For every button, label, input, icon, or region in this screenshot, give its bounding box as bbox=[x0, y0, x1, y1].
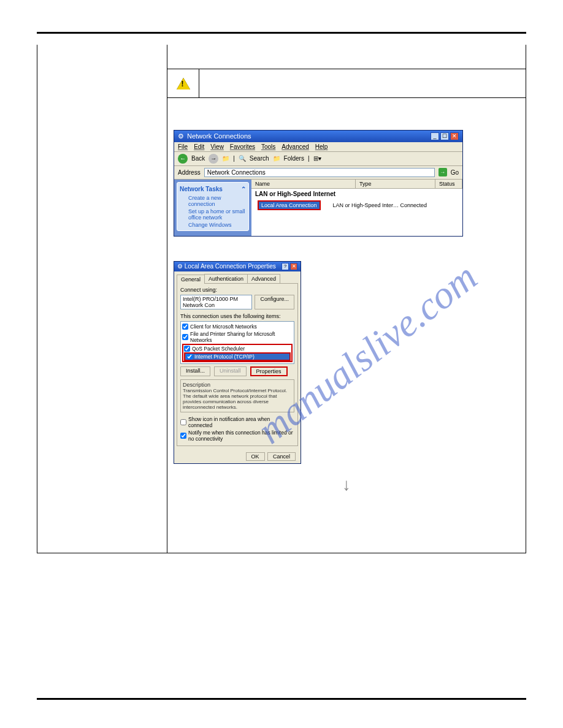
menu-advanced[interactable]: Advanced bbox=[282, 143, 308, 150]
task-setup-network[interactable]: Set up a home or small office network bbox=[180, 208, 246, 221]
minimize-button[interactable]: _ bbox=[431, 132, 439, 140]
folders-label: Folders bbox=[284, 155, 304, 162]
window-controls: _ ☐ ✕ bbox=[431, 132, 459, 140]
notify-limited-checkbox[interactable]: Notify me when this connection has limit… bbox=[180, 429, 294, 442]
go-button[interactable]: → bbox=[439, 168, 447, 176]
properties-button[interactable]: Properties bbox=[250, 366, 288, 376]
back-label: Back bbox=[191, 155, 205, 162]
close-button[interactable]: ✕ bbox=[450, 132, 459, 140]
window-title: Network Connections bbox=[187, 132, 251, 140]
back-button[interactable]: ← bbox=[178, 154, 188, 164]
col-status[interactable]: Status bbox=[435, 180, 462, 188]
group-header: LAN or High-Speed Internet bbox=[251, 189, 462, 199]
cancel-button[interactable]: Cancel bbox=[267, 452, 296, 461]
folders-icon[interactable]: 📁 bbox=[273, 155, 280, 162]
views-button[interactable]: ⊞▾ bbox=[313, 155, 321, 162]
lan-properties-dialog: ⚙ Local Area Connection Properties ? ✕ G… bbox=[174, 261, 301, 464]
task-create-connection[interactable]: Create a new connection bbox=[180, 194, 246, 208]
forward-button[interactable]: → bbox=[209, 154, 218, 164]
col-name[interactable]: Name bbox=[251, 180, 356, 188]
dialog-title-bar: ⚙ Local Area Connection Properties ? ✕ bbox=[174, 262, 301, 271]
tab-authentication[interactable]: Authentication bbox=[204, 274, 248, 283]
help-button[interactable]: ? bbox=[282, 263, 289, 270]
instruction-text bbox=[174, 110, 519, 119]
down-arrow-icon: ↓ bbox=[174, 475, 519, 495]
warning-icon-cell bbox=[167, 69, 199, 97]
table-header-row bbox=[167, 45, 526, 69]
description-text: Transmission Control Protocol/Internet P… bbox=[183, 388, 292, 410]
search-label: Search bbox=[250, 155, 269, 162]
menu-tools[interactable]: Tools bbox=[261, 143, 275, 150]
description-label: Description bbox=[183, 382, 292, 388]
tab-general[interactable]: General bbox=[177, 275, 205, 284]
window-title-bar: ⚙ Network Connections _ ☐ ✕ bbox=[174, 131, 462, 142]
menu-view[interactable]: View bbox=[210, 143, 224, 150]
item-status: Connected bbox=[400, 202, 427, 208]
address-field[interactable]: Network Connections bbox=[204, 168, 435, 177]
address-label: Address bbox=[178, 169, 201, 176]
item-tcpip[interactable]: Internet Protocol (TCP/IP) bbox=[184, 352, 291, 361]
go-label: Go bbox=[451, 169, 459, 176]
tasks-header[interactable]: Network Tasks⌃ bbox=[180, 184, 246, 194]
network-icon: ⚙ bbox=[178, 132, 184, 140]
show-icon-checkbox[interactable]: Show icon in notification area when conn… bbox=[180, 415, 294, 429]
item-type: LAN or High-Speed Inter… bbox=[321, 202, 400, 208]
connections-list: Name Type Status LAN or High-Speed Inter… bbox=[251, 180, 462, 236]
warning-icon bbox=[177, 78, 190, 89]
tab-advanced[interactable]: Advanced bbox=[247, 274, 280, 283]
configure-button[interactable]: Configure... bbox=[255, 295, 294, 309]
warning-note-row bbox=[167, 69, 526, 98]
item-file-printer[interactable]: File and Printer Sharing for Microsoft N… bbox=[182, 330, 293, 344]
search-icon[interactable]: 🔍 bbox=[239, 155, 246, 162]
item-qos[interactable]: QoS Packet Scheduler bbox=[184, 345, 291, 352]
col-type[interactable]: Type bbox=[356, 180, 435, 188]
item-client-msnet[interactable]: Client for Microsoft Networks bbox=[182, 323, 293, 330]
connection-items-list[interactable]: Client for Microsoft Networks File and P… bbox=[180, 321, 294, 364]
install-button[interactable]: Install... bbox=[180, 366, 210, 376]
menu-help[interactable]: Help bbox=[315, 143, 328, 150]
menu-bar[interactable]: File Edit View Favorites Tools Advanced … bbox=[174, 142, 462, 152]
up-button[interactable]: 📁 bbox=[222, 155, 229, 162]
dialog-title: Local Area Connection Properties bbox=[185, 263, 276, 270]
tasks-sidebar: Network Tasks⌃ Create a new connection S… bbox=[174, 180, 251, 236]
local-area-connection-item[interactable]: Local Area Connection bbox=[258, 200, 321, 210]
dialog-close-button[interactable]: ✕ bbox=[290, 263, 297, 270]
menu-file[interactable]: File bbox=[178, 143, 188, 150]
maximize-button[interactable]: ☐ bbox=[440, 132, 449, 140]
address-bar: Address Network Connections → Go bbox=[174, 166, 462, 180]
dialog-tabs: General Authentication Advanced bbox=[177, 274, 298, 283]
task-change-windows[interactable]: Change Windows bbox=[180, 221, 246, 229]
toolbar: ← Back → 📁 | 🔍 Search 📁 Folders | ⊞▾ bbox=[174, 152, 462, 166]
ok-button[interactable]: OK bbox=[246, 452, 265, 461]
connect-using-label: Connect using: bbox=[180, 287, 294, 293]
menu-edit[interactable]: Edit bbox=[194, 143, 204, 150]
uninstall-button: Uninstall bbox=[214, 366, 247, 376]
menu-favorites[interactable]: Favorites bbox=[230, 143, 255, 150]
adapter-field: Intel(R) PRO/1000 PM Network Con bbox=[180, 295, 252, 309]
network-connections-window: ⚙ Network Connections _ ☐ ✕ File Edit Vi… bbox=[174, 130, 463, 237]
items-label: This connection uses the following items… bbox=[180, 313, 294, 319]
